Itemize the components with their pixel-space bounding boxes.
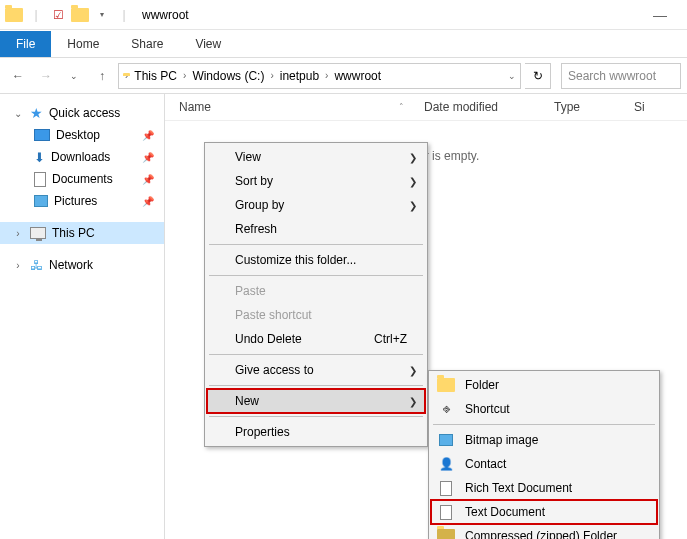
col-type[interactable]: Type [554, 100, 634, 114]
tab-share[interactable]: Share [115, 31, 179, 57]
folder-icon [437, 376, 455, 394]
menu-properties[interactable]: Properties [207, 420, 425, 444]
submenu-contact[interactable]: 👤Contact [431, 452, 657, 476]
chevron-right-icon: ❯ [409, 152, 417, 163]
submenu-bitmap[interactable]: Bitmap image [431, 428, 657, 452]
chevron-right-icon[interactable]: › [12, 260, 24, 271]
minimize-button[interactable]: — [653, 7, 667, 23]
crumb-thispc: This PC [130, 69, 181, 83]
submenu-zip[interactable]: Compressed (zipped) Folder [431, 524, 657, 539]
tree-documents[interactable]: Documents 📌 [0, 168, 164, 190]
chevron-right-icon[interactable]: › [125, 70, 128, 81]
search-input[interactable]: Search wwwroot [561, 63, 681, 89]
menu-customize[interactable]: Customize this folder... [207, 248, 425, 272]
column-headers: Name˄ Date modified Type Si [165, 94, 687, 121]
tree-label: This PC [52, 226, 95, 240]
pin-icon: 📌 [142, 196, 160, 207]
chevron-down-icon[interactable]: ⌄ [12, 108, 24, 119]
up-button[interactable]: ↑ [90, 64, 114, 88]
contact-icon: 👤 [437, 455, 455, 473]
chevron-right-icon: ❯ [409, 396, 417, 407]
tree-network[interactable]: › 🖧 Network [0, 254, 164, 276]
download-icon: ⬇ [34, 150, 45, 165]
pc-icon [30, 227, 46, 239]
rtf-icon [437, 479, 455, 497]
tree-downloads[interactable]: ⬇ Downloads 📌 [0, 146, 164, 168]
qat-sep: | [26, 5, 46, 25]
refresh-button[interactable]: ↻ [525, 63, 551, 89]
address-bar[interactable]: › This PC › Windows (C:) › inetpub › www… [118, 63, 521, 89]
menu-sortby[interactable]: Sort by❯ [207, 169, 425, 193]
context-menu: View❯ Sort by❯ Group by❯ Refresh Customi… [204, 142, 428, 447]
crumb-wwwroot: wwwroot [330, 69, 385, 83]
submenu-rtf[interactable]: Rich Text Document [431, 476, 657, 500]
properties-icon[interactable]: ☑ [48, 5, 68, 25]
chevron-right-icon: ❯ [409, 176, 417, 187]
bitmap-icon [437, 431, 455, 449]
tab-file[interactable]: File [0, 31, 51, 57]
document-icon [34, 172, 46, 187]
tree-label: Desktop [56, 128, 100, 142]
col-date[interactable]: Date modified [424, 100, 554, 114]
tab-home[interactable]: Home [51, 31, 115, 57]
col-name[interactable]: Name˄ [179, 100, 424, 114]
submenu-folder[interactable]: Folder [431, 373, 657, 397]
menu-give-access[interactable]: Give access to❯ [207, 358, 425, 382]
text-icon [437, 503, 455, 521]
menu-separator [209, 275, 423, 276]
submenu-shortcut[interactable]: ⎆Shortcut [431, 397, 657, 421]
chevron-right-icon[interactable]: › [12, 228, 24, 239]
menu-refresh[interactable]: Refresh [207, 217, 425, 241]
ribbon-tabs: File Home Share View [0, 30, 687, 58]
pin-icon: 📌 [142, 174, 160, 185]
chevron-right-icon[interactable]: › [183, 70, 186, 81]
qat-dropdown-icon[interactable]: ▾ [92, 5, 112, 25]
menu-undo-delete[interactable]: Undo DeleteCtrl+Z [207, 327, 425, 351]
submenu-new: Folder ⎆Shortcut Bitmap image 👤Contact R… [428, 370, 660, 539]
pictures-icon [34, 195, 48, 207]
tree-quick-access[interactable]: ⌄ ★ Quick access [0, 102, 164, 124]
menu-separator [209, 385, 423, 386]
tab-view[interactable]: View [179, 31, 237, 57]
tree-this-pc[interactable]: › This PC [0, 222, 164, 244]
chevron-right-icon[interactable]: › [325, 70, 328, 81]
desktop-icon [34, 129, 50, 141]
menu-new[interactable]: New❯ [207, 389, 425, 413]
tree-desktop[interactable]: Desktop 📌 [0, 124, 164, 146]
menu-separator [433, 424, 655, 425]
menu-view[interactable]: View❯ [207, 145, 425, 169]
tree-label: Pictures [54, 194, 97, 208]
sort-indicator-icon: ˄ [399, 102, 404, 112]
titlebar: | ☑ ▾ | wwwroot — [0, 0, 687, 30]
navbar: ← → ⌄ ↑ › This PC › Windows (C:) › inetp… [0, 58, 687, 94]
history-dropdown[interactable]: ⌄ [62, 64, 86, 88]
chevron-right-icon[interactable]: › [270, 70, 273, 81]
crumb-windows: Windows (C:) [188, 69, 268, 83]
star-icon: ★ [30, 105, 43, 121]
forward-button[interactable]: → [34, 64, 58, 88]
nav-tree: ⌄ ★ Quick access Desktop 📌 ⬇ Downloads 📌… [0, 94, 165, 539]
chevron-right-icon: ❯ [409, 200, 417, 211]
zip-icon [437, 527, 455, 539]
chevron-right-icon: ❯ [409, 365, 417, 376]
col-size[interactable]: Si [634, 100, 687, 114]
tree-label: Quick access [49, 106, 120, 120]
tree-pictures[interactable]: Pictures 📌 [0, 190, 164, 212]
tree-label: Documents [52, 172, 113, 186]
qat-sep2: | [114, 5, 134, 25]
back-button[interactable]: ← [6, 64, 30, 88]
network-icon: 🖧 [30, 258, 43, 273]
shortcut-icon: ⎆ [437, 400, 455, 418]
menu-paste-shortcut: Paste shortcut [207, 303, 425, 327]
newfolder-icon[interactable] [70, 5, 90, 25]
address-dropdown[interactable]: ⌄ [508, 71, 516, 81]
folder-icon [4, 5, 24, 25]
crumb-inetpub: inetpub [276, 69, 323, 83]
menu-groupby[interactable]: Group by❯ [207, 193, 425, 217]
menu-paste: Paste [207, 279, 425, 303]
window-title: wwwroot [142, 8, 189, 22]
submenu-text-document[interactable]: Text Document [431, 500, 657, 524]
tree-label: Downloads [51, 150, 110, 164]
menu-separator [209, 416, 423, 417]
menu-separator [209, 244, 423, 245]
